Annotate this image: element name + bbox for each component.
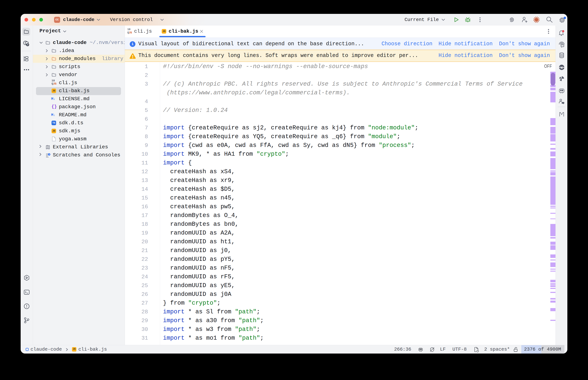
svg-text:x: x (561, 65, 563, 70)
svg-text:?: ? (27, 43, 28, 46)
